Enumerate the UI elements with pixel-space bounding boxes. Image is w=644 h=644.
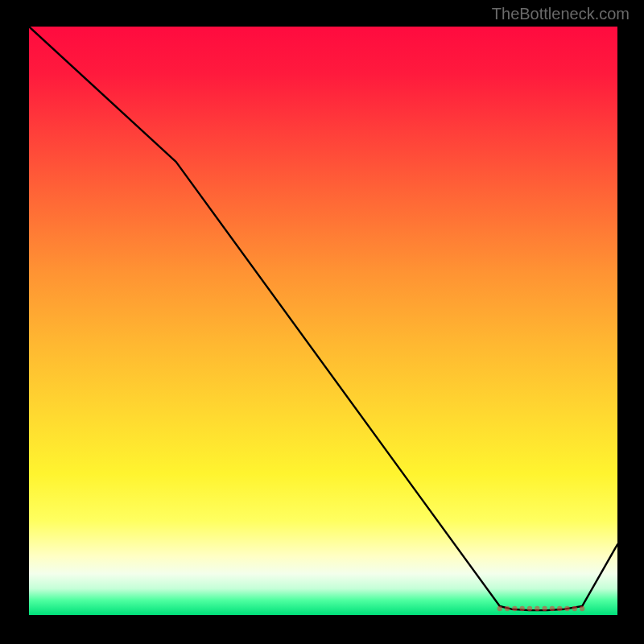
bottleneck-line: [29, 27, 617, 610]
flat-marker-dot: [505, 606, 510, 611]
flat-marker-dot: [535, 606, 539, 611]
flat-marker-dot: [512, 606, 517, 611]
plot-area: [29, 27, 617, 615]
attribution-text: TheBottleneck.com: [492, 5, 630, 23]
flat-marker-dot: [564, 606, 569, 611]
flat-marker-dot: [527, 606, 532, 611]
flat-marker-dot: [542, 606, 547, 611]
flat-marker-dot: [580, 606, 584, 611]
flat-marker-dot: [557, 606, 562, 611]
flat-marker-dot: [572, 606, 577, 611]
flat-marker-dot: [520, 606, 525, 611]
chart-svg: [29, 27, 617, 615]
flat-marker-dot: [497, 606, 502, 611]
flat-marker-dot: [550, 606, 555, 611]
